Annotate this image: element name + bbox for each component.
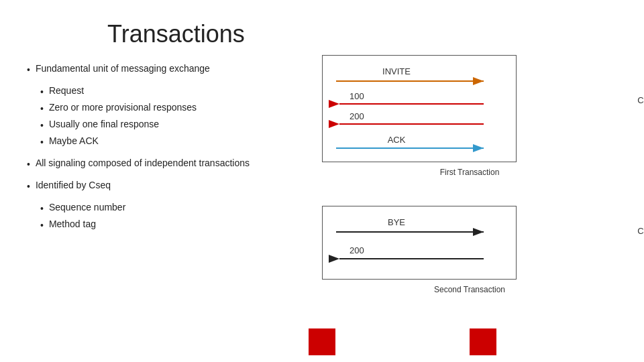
sub-bullet-1-1: • Request <box>40 84 309 99</box>
cseq-2-label: Cseq: 2 <box>637 226 644 236</box>
second-transaction-container: BYE 200 Cseq: 2 Second Transaction <box>322 206 617 280</box>
sub-bullet-1-4: • Maybe ACK <box>40 134 309 149</box>
sub-bullet-3-1: • Sequence number <box>40 200 309 216</box>
sub-text-1-2: Zero or more provisional responses <box>49 101 197 115</box>
sub-dot-1-4: • <box>40 135 44 149</box>
sub-bullets-1: • Request • Zero or more provisional res… <box>40 84 309 149</box>
sub-text-1-1: Request <box>49 84 84 98</box>
invite-label: INVITE <box>382 66 411 76</box>
sub-text-1-4: Maybe ACK <box>49 134 99 148</box>
content-area: • Fundamental unit of messaging exchange… <box>27 62 617 280</box>
page-title: Transactions <box>107 20 617 48</box>
red-square-left <box>309 328 335 355</box>
second-transaction-label: Second Transaction <box>434 285 505 294</box>
red-square-right <box>470 328 496 355</box>
bullet-dot-3: • <box>27 180 30 194</box>
bullet-1-text: Fundamental unit of messaging exchange <box>36 62 210 76</box>
cseq-1-label: Cseq: 1 <box>637 95 644 105</box>
sub-bullet-3-2: • Method tag <box>40 217 309 233</box>
bullet-1: • Fundamental unit of messaging exchange <box>27 62 309 77</box>
second-transaction-svg: BYE 200 <box>323 206 517 280</box>
bullet-3: • Identified by Cseq <box>27 178 309 194</box>
sub-bullets-3: • Sequence number • Method tag <box>40 200 309 233</box>
first-transaction-label: First Transaction <box>440 168 500 177</box>
second-label-200: 200 <box>350 245 364 255</box>
sub-dot-3-1: • <box>40 202 44 216</box>
sub-dot-3-2: • <box>40 219 44 233</box>
first-transaction-box: INVITE 100 200 ACK <box>322 55 517 162</box>
sub-dot-1-2: • <box>40 102 44 116</box>
sub-bullet-1-2: • Zero or more provisional responses <box>40 101 309 116</box>
first-transaction-svg: INVITE 100 200 ACK <box>323 56 517 163</box>
slide: Transactions • Fundamental unit of messa… <box>0 0 644 362</box>
first-transaction-container: INVITE 100 200 ACK <box>322 55 617 162</box>
label-200: 200 <box>350 111 364 121</box>
bullet-3-text: Identified by Cseq <box>36 178 111 192</box>
left-column: • Fundamental unit of messaging exchange… <box>27 62 309 280</box>
sub-dot-1-1: • <box>40 85 44 99</box>
sub-text-3-1: Sequence number <box>49 200 125 215</box>
ack-label: ACK <box>388 135 406 145</box>
bullet-2-text: All signaling composed of independent tr… <box>36 156 250 170</box>
bullet-dot-1: • <box>27 63 30 77</box>
second-transaction-box: BYE 200 <box>322 206 517 280</box>
bullet-dot-2: • <box>27 158 30 172</box>
sub-text-1-3: Usually one final response <box>49 117 159 131</box>
sub-text-3-2: Method tag <box>49 217 96 231</box>
label-100: 100 <box>350 91 364 101</box>
sub-bullet-1-3: • Usually one final response <box>40 117 309 133</box>
right-column: INVITE 100 200 ACK <box>322 55 617 280</box>
sub-dot-1-3: • <box>40 119 44 133</box>
bullet-2: • All signaling composed of independent … <box>27 156 309 172</box>
bye-label: BYE <box>388 217 405 227</box>
